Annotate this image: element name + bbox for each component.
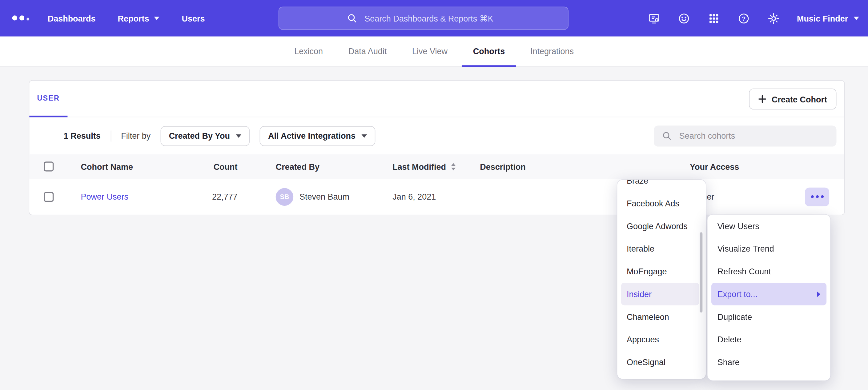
sort-icon[interactable] [451, 163, 455, 170]
cohorts-page: Dashboards Reports Users [0, 0, 868, 390]
results-count: 1 Results [64, 131, 101, 140]
account-name: Music Finder [797, 13, 848, 23]
menu-item-visualize-trend[interactable]: Visualize Trend [707, 237, 830, 260]
nav-reports-label: Reports [118, 13, 149, 23]
created-by-cell: SB Steven Baum [238, 188, 393, 206]
menu-item-export-to[interactable]: Export to... [711, 283, 827, 305]
settings-gear-icon[interactable] [767, 12, 780, 25]
table-row[interactable]: Power Users 22,777 SB Steven Baum Jan 6,… [29, 179, 844, 215]
submenu-item-google-adwords[interactable]: Google Adwords [617, 215, 706, 237]
divider [111, 130, 111, 141]
row-checkbox[interactable] [44, 192, 54, 201]
nav-right-cluster: ? Music Finder [647, 0, 859, 37]
submenu-item-appcues[interactable]: Appcues [617, 328, 706, 351]
create-cohort-label: Create Cohort [772, 94, 827, 104]
data-settings-icon[interactable] [647, 12, 660, 25]
integrations-filter-value: All Active Integrations [268, 131, 355, 140]
chevron-down-icon [854, 17, 859, 20]
col-header-created-by: Created By [238, 162, 393, 171]
cohorts-panel: USER Create Cohort 1 Results Filter by C… [29, 80, 845, 215]
submenu-item-facebook-ads[interactable]: Facebook Ads [617, 192, 706, 215]
export-destinations-submenu: Braze Facebook Ads Google Adwords Iterab… [617, 180, 706, 379]
nav-dashboards[interactable]: Dashboards [48, 13, 96, 23]
tab-live-view[interactable]: Live View [401, 37, 459, 67]
created-by-filter[interactable]: Created By You [161, 126, 250, 146]
menu-item-delete[interactable]: Delete [707, 328, 830, 351]
chevron-down-icon [154, 17, 160, 20]
integrations-filter[interactable]: All Active Integrations [260, 126, 375, 146]
nav-reports[interactable]: Reports [118, 13, 160, 23]
global-search[interactable] [279, 7, 568, 30]
menu-item-view-users[interactable]: View Users [707, 215, 830, 237]
submenu-scrollbar[interactable] [700, 232, 703, 313]
col-header-your-access: Your Access [690, 162, 844, 171]
create-cohort-button[interactable]: Create Cohort [749, 89, 836, 109]
select-all-checkbox[interactable] [44, 161, 54, 171]
row-more-actions-button[interactable] [805, 187, 829, 206]
access-cell: Owner [690, 187, 844, 206]
last-modified-cell: Jan 6, 2021 [393, 192, 480, 201]
submenu-item-onesignal[interactable]: OneSignal [617, 351, 706, 373]
tab-user-cohorts[interactable]: USER [29, 81, 67, 118]
global-search-input[interactable] [364, 13, 501, 23]
submenu-item-chameleon[interactable]: Chameleon [617, 305, 706, 328]
col-header-cohort-name: Cohort Name [81, 162, 200, 171]
export-destinations-list: Braze Facebook Ads Google Adwords Iterab… [617, 180, 706, 373]
apps-grid-icon[interactable] [707, 12, 720, 25]
cohort-search[interactable] [654, 125, 837, 146]
nav-users-label: Users [182, 13, 205, 23]
search-icon [661, 130, 672, 141]
app-logo-icon[interactable] [12, 15, 30, 20]
tab-data-audit[interactable]: Data Audit [337, 37, 398, 67]
feedback-icon[interactable] [677, 12, 690, 25]
chevron-down-icon [236, 134, 242, 137]
cohort-type-tabs: USER Create Cohort [29, 81, 844, 118]
cohort-search-input[interactable] [678, 130, 829, 141]
search-icon [346, 12, 358, 24]
row-context-menu: View Users Visualize Trend Refresh Count… [707, 215, 830, 381]
cohort-count: 22,777 [200, 192, 237, 201]
svg-text:?: ? [742, 15, 745, 22]
section-tabs: Lexicon Data Audit Live View Cohorts Int… [0, 37, 868, 67]
created-by-name: Steven Baum [300, 192, 349, 201]
menu-item-export-to-label: Export to... [717, 289, 757, 299]
menu-item-refresh-count[interactable]: Refresh Count [707, 260, 830, 283]
col-header-last-modified[interactable]: Last Modified [393, 162, 480, 171]
submenu-item-iterable[interactable]: Iterable [617, 237, 706, 260]
chevron-right-icon [817, 291, 820, 297]
cohort-name-link[interactable]: Power Users [81, 192, 128, 201]
col-header-count: Count [200, 162, 237, 171]
top-navbar: Dashboards Reports Users [0, 0, 868, 37]
submenu-item-insider[interactable]: Insider [621, 283, 699, 305]
col-header-description: Description [480, 162, 690, 171]
submenu-item-braze[interactable]: Braze [617, 180, 706, 192]
help-icon[interactable]: ? [737, 12, 750, 25]
avatar: SB [276, 188, 293, 206]
filter-by-label: Filter by [121, 131, 151, 140]
account-menu[interactable]: Music Finder [797, 13, 859, 23]
nav-users[interactable]: Users [182, 13, 205, 23]
plus-icon [758, 95, 766, 103]
nav-dashboards-label: Dashboards [48, 13, 96, 23]
submenu-item-moengage[interactable]: MoEngage [617, 260, 706, 283]
menu-item-duplicate[interactable]: Duplicate [707, 305, 830, 328]
created-by-filter-value: Created By You [169, 131, 230, 140]
tab-integrations[interactable]: Integrations [519, 37, 585, 67]
menu-item-share[interactable]: Share [707, 351, 830, 373]
chevron-down-icon [362, 134, 367, 137]
tab-cohorts[interactable]: Cohorts [462, 37, 516, 67]
tab-lexicon[interactable]: Lexicon [283, 37, 334, 67]
table-header: Cohort Name Count Created By Last Modifi… [29, 154, 844, 179]
primary-nav: Dashboards Reports Users [48, 0, 205, 37]
filter-bar: 1 Results Filter by Created By You All A… [29, 117, 844, 154]
